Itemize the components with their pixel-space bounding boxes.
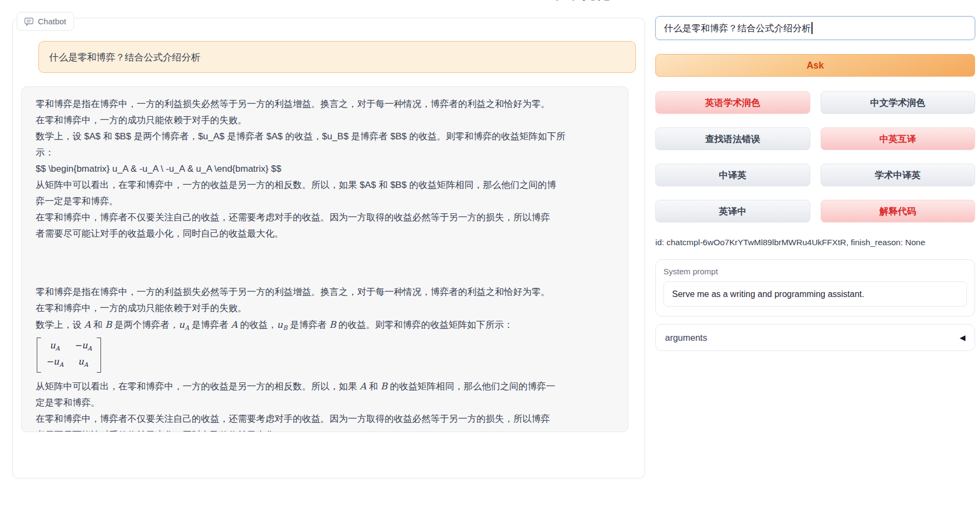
system-prompt-card: System prompt Serve me as a writing and … [655,259,975,316]
fn-button-zh-en-mutual-translate[interactable]: 中英互译 [821,127,976,150]
collapse-triangle-icon: ◀ [959,333,965,342]
matrix-cell: uA [50,339,60,355]
page-title: ChatGPT 学术优化 [485,0,610,3]
bot-message-bubble: 零和博弈是指在博弈中，一方的利益损失必然等于另一方的利益增益。换言之，对于每一种… [21,86,628,432]
raw-line: 数学上，设 $A$ 和 $B$ 是两个博弈者，$u_A$ 是博弈者 $A$ 的收… [36,129,614,145]
fn-button-zh-to-en[interactable]: 中译英 [655,164,810,186]
bot-answer-rendered: 零和博弈是指在博弈中，一方的利益损失必然等于另一方的利益增益。换言之，对于每一种… [36,284,614,432]
rendered-math-intro: 数学上，设 A 和 B 是两个博弈者，uA 是博弈者 A 的收益，uB 是博弈者… [36,316,614,336]
payoff-matrix: uA −uA −uA uA [37,338,101,373]
text-cursor [811,22,813,34]
rendered-line: 定是零和博弈。 [36,395,614,411]
matrix-cell: uA [78,355,88,371]
ask-button[interactable]: Ask [655,54,975,77]
rendered-line: 在零和博弈中，博弈者不仅要关注自己的收益，还需要考虑对手的收益。因为一方取得的收… [36,411,614,427]
arguments-label: arguments [665,333,707,343]
bot-answer-raw: 零和博弈是指在博弈中，一方的利益损失必然等于另一方的利益增益。换言之，对于每一种… [36,96,614,242]
fn-button-academic-zh-to-en[interactable]: 学术中译英 [821,164,976,186]
function-button-grid: 英语学术润色 中文学术润色 查找语法错误 中英互译 中译英 学术中译英 英译中 … [655,91,975,223]
system-prompt-value: Serve me as a writing and programming as… [672,289,864,299]
fn-button-chinese-academic-polish[interactable]: 中文学术润色 [821,91,976,114]
query-input[interactable]: 什么是零和博弈？结合公式介绍分析 [655,16,975,40]
control-column: 什么是零和博弈？结合公式介绍分析 Ask 英语学术润色 中文学术润色 查找语法错… [655,0,975,351]
chat-bubble-icon [24,17,33,26]
matrix-left-bracket [37,338,41,373]
chatbot-panel[interactable]: Chatbot 什么是零和博弈？结合公式介绍分析 零和博弈是指在博弈中，一方的利… [12,18,645,478]
fn-button-english-academic-polish[interactable]: 英语学术润色 [655,91,810,114]
user-message-bubble: 什么是零和博弈？结合公式介绍分析 [38,41,636,73]
system-prompt-input[interactable]: Serve me as a writing and programming as… [663,281,967,307]
raw-line: 在零和博弈中，博弈者不仅要关注自己的收益，还需要考虑对手的收益。因为一方取得的收… [36,210,614,226]
matrix-cell: −uA [75,339,92,355]
rendered-line: 在零和博弈中，一方的成功只能依赖于对手的失败。 [36,300,614,316]
chatbot-label-text: Chatbot [38,17,66,26]
raw-line: 在零和博弈中，一方的成功只能依赖于对手的失败。 [36,112,614,129]
chatbot-panel-label: Chatbot [17,12,74,31]
raw-line: 者需要尽可能让对手的收益最小化，同时自己的收益最大化。 [36,226,614,242]
raw-latex-matrix-line: $$ \begin{bmatrix} u_A & -u_A \ -u_A & u… [36,161,614,177]
fn-button-en-to-zh[interactable]: 英译中 [655,200,810,223]
raw-line: 零和博弈是指在博弈中，一方的利益损失必然等于另一方的利益增益。换言之，对于每一种… [36,96,614,112]
user-message-text: 什么是零和博弈？结合公式介绍分析 [49,51,200,64]
rendered-line: 零和博弈是指在博弈中，一方的利益损失必然等于另一方的利益增益。换言之，对于每一种… [36,284,614,300]
raw-line: 弈一定是零和博弈。 [36,193,614,210]
raw-line: 从矩阵中可以看出，在零和博弈中，一方的收益是另一方的相反数。所以，如果 $A$ … [36,177,614,193]
rendered-line: 者需要尽可能让对手的收益最小化，同时自己的收益最大化。 [36,427,614,432]
matrix-cell: −uA [46,355,64,371]
completion-status-text: id: chatcmpl-6wOo7KrYTwMl89lbrMWRu4UkFFX… [655,238,975,247]
raw-line: 示： [36,145,614,161]
query-input-value: 什么是零和博弈？结合公式介绍分析 [664,22,811,35]
system-prompt-label: System prompt [663,267,967,276]
rendered-line: 从矩阵中可以看出，在零和博弈中，一方的收益是另一方的相反数。所以，如果 A 和 … [36,378,614,395]
matrix-right-bracket [97,338,101,373]
fn-button-find-grammar-errors[interactable]: 查找语法错误 [655,127,810,150]
fn-button-explain-code[interactable]: 解释代码 [821,200,976,223]
arguments-accordion[interactable]: arguments ◀ [655,324,975,351]
